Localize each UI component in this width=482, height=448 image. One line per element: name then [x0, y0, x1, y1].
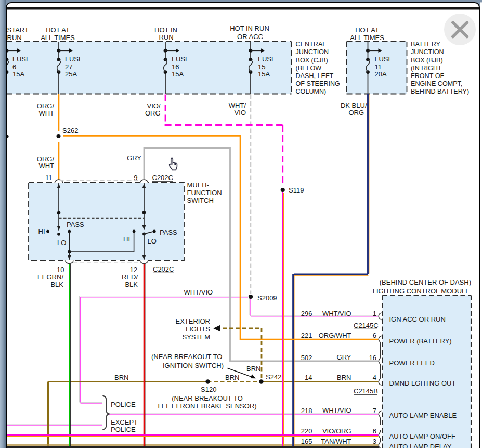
- svg-text:LIGHTING CONTROL MODULE: LIGHTING CONTROL MODULE: [373, 287, 471, 295]
- svg-text:HOT IN RUN: HOT IN RUN: [230, 24, 269, 32]
- svg-text:WHT/VIO: WHT/VIO: [184, 288, 213, 296]
- svg-text:POWER (BATTERY): POWER (BATTERY): [389, 337, 452, 345]
- svg-text:HOT AT: HOT AT: [46, 26, 70, 34]
- svg-text:COLUMN): COLUMN): [296, 88, 327, 95]
- svg-text:VIO/: VIO/: [147, 102, 160, 110]
- svg-text:FUSE: FUSE: [12, 55, 31, 63]
- svg-text:BLK: BLK: [125, 280, 138, 288]
- svg-text:(BELOW: (BELOW: [296, 65, 322, 72]
- svg-text:WHT/VIO: WHT/VIO: [322, 406, 351, 414]
- svg-text:ORG/: ORG/: [37, 102, 55, 110]
- svg-text:AUTO LAMP DELAY: AUTO LAMP DELAY: [389, 443, 452, 448]
- svg-text:FUSE: FUSE: [258, 55, 276, 63]
- svg-text:BATTERY: BATTERY: [411, 41, 441, 48]
- svg-text:BRN: BRN: [337, 374, 351, 381]
- svg-text:PASS: PASS: [160, 228, 177, 236]
- svg-text:IGN ACC OR RUN: IGN ACC OR RUN: [389, 315, 446, 323]
- svg-text:FUSE: FUSE: [65, 55, 83, 63]
- svg-text:BOX (BJB): BOX (BJB): [411, 57, 443, 64]
- svg-text:GRY: GRY: [127, 154, 141, 162]
- svg-text:JUNCTION: JUNCTION: [296, 48, 329, 56]
- svg-text:START: START: [7, 26, 29, 34]
- svg-text:221: 221: [301, 331, 312, 339]
- svg-text:S2009: S2009: [257, 294, 277, 302]
- svg-text:25A: 25A: [65, 70, 77, 78]
- svg-text:DK BLU/: DK BLU/: [341, 101, 367, 109]
- svg-text:20A: 20A: [375, 70, 387, 78]
- svg-text:CENTRAL: CENTRAL: [296, 41, 327, 48]
- svg-text:SWITCH: SWITCH: [187, 197, 214, 204]
- svg-text:15A: 15A: [258, 70, 270, 78]
- svg-text:HOT IN: HOT IN: [154, 26, 177, 34]
- svg-text:6: 6: [12, 63, 16, 71]
- svg-text:RED/: RED/: [122, 273, 138, 281]
- svg-text:10: 10: [57, 266, 64, 274]
- svg-text:BRN: BRN: [114, 374, 128, 381]
- svg-text:3: 3: [373, 438, 376, 445]
- svg-text:C202C: C202C: [153, 265, 174, 273]
- svg-text:VIO/ORG: VIO/ORG: [322, 427, 351, 435]
- svg-text:AUTO LAMP ON/OFF: AUTO LAMP ON/OFF: [389, 432, 455, 440]
- svg-text:FUSE: FUSE: [375, 55, 393, 63]
- svg-text:6: 6: [373, 331, 376, 339]
- svg-text:(BEHIND CENTER OF DASH): (BEHIND CENTER OF DASH): [380, 278, 471, 286]
- svg-text:1: 1: [373, 310, 376, 317]
- svg-text:BRN: BRN: [225, 374, 239, 381]
- svg-text:HOT AT: HOT AT: [355, 26, 379, 34]
- svg-text:S242: S242: [266, 373, 281, 381]
- svg-text:S262: S262: [62, 126, 78, 134]
- svg-text:16: 16: [172, 63, 179, 71]
- svg-text:4: 4: [373, 374, 376, 381]
- svg-text:SYSTEM: SYSTEM: [183, 333, 210, 341]
- svg-text:RUN: RUN: [7, 34, 22, 42]
- svg-text:(IN RIGHT: (IN RIGHT: [411, 65, 442, 72]
- svg-text:11: 11: [375, 63, 382, 71]
- svg-text:VIO: VIO: [235, 109, 246, 117]
- svg-text:POLICE: POLICE: [111, 401, 136, 408]
- svg-text:11: 11: [45, 174, 53, 182]
- svg-text:15A: 15A: [172, 70, 184, 78]
- svg-text:C202C: C202C: [152, 174, 173, 182]
- svg-text:ALL TIMES: ALL TIMES: [41, 34, 75, 42]
- svg-text:15: 15: [258, 63, 265, 71]
- svg-text:(NEAR BREAKOUT TO: (NEAR BREAKOUT TO: [172, 394, 243, 402]
- svg-text:DMND LGHTNG OUT: DMND LGHTNG OUT: [389, 379, 456, 387]
- svg-text:OR ACC: OR ACC: [237, 33, 263, 41]
- svg-text:BOX (CJB): BOX (CJB): [296, 57, 328, 64]
- svg-text:MULTI-: MULTI-: [187, 181, 209, 189]
- svg-text:S119: S119: [289, 186, 304, 194]
- svg-text:502: 502: [301, 354, 312, 362]
- svg-text:EXTERIOR: EXTERIOR: [176, 317, 210, 325]
- svg-text:(NEAR BREAKOUT TO: (NEAR BREAKOUT TO: [151, 353, 223, 361]
- svg-text:FUSE: FUSE: [172, 55, 190, 63]
- svg-text:220: 220: [301, 427, 312, 435]
- svg-text:ORG/WHT: ORG/WHT: [319, 331, 351, 339]
- svg-text:POLICE: POLICE: [111, 426, 136, 433]
- svg-text:ALL TIMES: ALL TIMES: [350, 34, 384, 42]
- svg-text:C2145B: C2145B: [354, 387, 378, 395]
- svg-text:WHT/: WHT/: [229, 101, 246, 109]
- svg-text:LEFT FRONT BRAKE SENSOR): LEFT FRONT BRAKE SENSOR): [158, 402, 256, 410]
- svg-text:BLK: BLK: [50, 280, 63, 288]
- svg-text:TAN/WHT: TAN/WHT: [321, 438, 351, 445]
- svg-text:PASS: PASS: [67, 221, 84, 228]
- svg-text:HI: HI: [123, 235, 130, 243]
- svg-text:27: 27: [65, 63, 72, 71]
- svg-text:DASH, LEFT: DASH, LEFT: [296, 72, 334, 80]
- svg-text:LO: LO: [57, 239, 66, 247]
- svg-text:15A: 15A: [12, 70, 24, 78]
- svg-text:218: 218: [301, 407, 312, 415]
- svg-text:C2145C: C2145C: [354, 322, 379, 329]
- svg-text:LO: LO: [148, 237, 157, 245]
- svg-text:ENGINE COMPT,: ENGINE COMPT,: [411, 80, 462, 87]
- svg-text:WHT/VIO: WHT/VIO: [322, 310, 351, 317]
- svg-text:OF STEERING: OF STEERING: [296, 80, 340, 87]
- svg-text:S120: S120: [201, 386, 216, 393]
- svg-text:12: 12: [130, 266, 137, 274]
- svg-text:AUTO LAMP ENABLE: AUTO LAMP ENABLE: [389, 412, 457, 419]
- svg-text:BEHIND BATTERY): BEHIND BATTERY): [411, 88, 469, 95]
- svg-text:JUNCTION: JUNCTION: [411, 48, 444, 56]
- svg-text:165: 165: [301, 438, 312, 445]
- svg-text:FRONT OF: FRONT OF: [411, 72, 444, 80]
- svg-text:7: 7: [373, 407, 376, 415]
